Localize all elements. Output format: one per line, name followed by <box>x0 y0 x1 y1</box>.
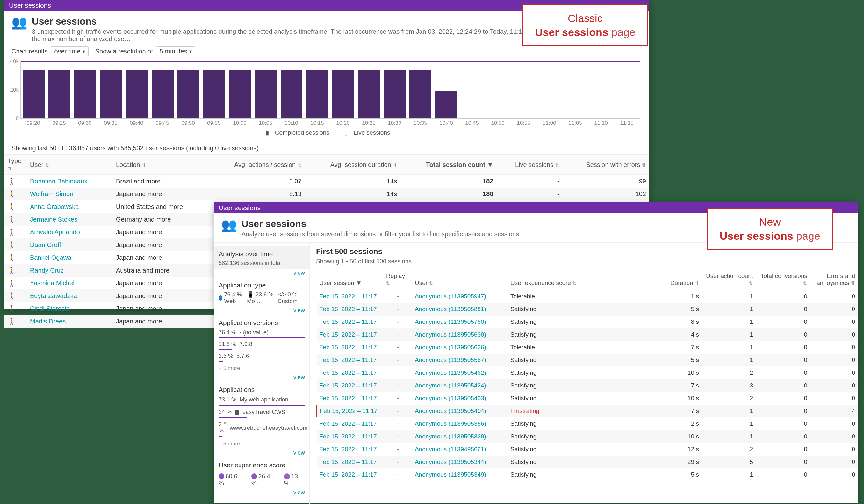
chart-results-select[interactable]: over time▾ <box>51 47 88 56</box>
col-avg-actions[interactable]: Avg. actions / session ⇅ <box>208 155 304 175</box>
session-link[interactable]: Feb 15, 2022 – 11:17 <box>319 306 377 312</box>
user-link[interactable]: Donatien Babineaux <box>30 178 87 185</box>
apptype-head: Application type <box>218 281 305 289</box>
session-link[interactable]: Feb 15, 2022 – 11:17 <box>319 458 377 465</box>
app-row[interactable]: 24 %easyTravel CWS <box>218 408 305 416</box>
col-avg-duration[interactable]: Avg. session duration ⇅ <box>305 155 400 175</box>
user-link[interactable]: Arrivaldi Apriando <box>30 229 80 236</box>
session-link[interactable]: Feb 15, 2022 – 11:17 <box>319 369 377 376</box>
user-link[interactable]: Anonymous (1139505404) <box>415 407 486 414</box>
table-row[interactable]: Feb 15, 2022 – 11:17-Anonymous (11395057… <box>317 316 857 328</box>
session-link[interactable]: Feb 15, 2022 – 11:17 <box>319 382 377 389</box>
user-link[interactable]: Anonymous (1139505881) <box>415 306 486 312</box>
uxs-chip[interactable]: 60.6 % <box>218 473 244 487</box>
user-link[interactable]: Anonymous (1139505626) <box>415 344 486 351</box>
col-actions[interactable]: User action count ⇅ <box>701 269 756 290</box>
user-link[interactable]: Jermaine Stokes <box>30 216 77 223</box>
user-link[interactable]: Bankei Ogawa <box>30 254 71 261</box>
appver-row[interactable]: 3.6 %5.7.6 <box>218 352 305 360</box>
col-errors[interactable]: Errors and annoyances ⇅ <box>810 269 857 290</box>
col-location[interactable]: Location ⇅ <box>113 155 208 175</box>
user-link[interactable]: Daan Groff <box>30 241 61 248</box>
apps-more[interactable]: + 6 more <box>218 439 305 447</box>
apptype-chip[interactable]: 📱 23.6 % Mo… <box>247 291 275 305</box>
session-link[interactable]: Feb 15, 2022 – 11:17 <box>319 318 377 325</box>
session-link[interactable]: Feb 15, 2022 – 11:17 <box>319 331 377 338</box>
col-user[interactable]: User ⇅ <box>412 269 508 290</box>
resolution-select[interactable]: 5 minutes▾ <box>156 47 195 56</box>
table-row[interactable]: Feb 15, 2022 – 11:17-Anonymous (11395054… <box>317 405 857 417</box>
session-link[interactable]: Feb 15, 2022 – 11:17 <box>319 344 377 351</box>
user-link[interactable]: Anonymous (1139505386) <box>415 420 486 427</box>
table-row[interactable]: Feb 15, 2022 – 11:17-Anonymous (11395054… <box>317 392 857 405</box>
session-link[interactable]: Feb 15, 2022 – 11:17 <box>319 357 377 363</box>
session-link[interactable]: Feb 15, 2022 – 11:17 <box>319 446 377 452</box>
user-link[interactable]: Anonymous (1139505403) <box>415 395 486 402</box>
cell-uxs: Frustrating <box>508 405 660 417</box>
view-link[interactable]: view <box>214 449 309 459</box>
user-link[interactable]: Yasmina Michel <box>30 280 74 286</box>
table-row[interactable]: Feb 15, 2022 – 11:17-Anonymous (11395059… <box>317 290 857 303</box>
table-row[interactable]: Feb 15, 2022 – 11:17-Anonymous (11395058… <box>317 303 857 316</box>
col-type[interactable]: Type ⇅ <box>4 155 27 175</box>
app-row[interactable]: 2.8 %www.trebuchet.easytravel.com <box>218 420 305 435</box>
appver-more[interactable]: + 5 more <box>218 364 305 371</box>
view-link[interactable]: view <box>214 307 309 317</box>
uxs-chip[interactable]: 26.4 % <box>251 473 277 487</box>
session-link[interactable]: Feb 15, 2022 – 11:17 <box>320 407 377 414</box>
table-row[interactable]: 🚶Donatien BabineauxBrazil and more8.0714… <box>4 175 649 188</box>
user-link[interactable]: Cindi Starosta <box>30 305 70 312</box>
col-session[interactable]: User session ▼ <box>317 269 384 290</box>
session-link[interactable]: Feb 15, 2022 – 11:17 <box>319 293 377 299</box>
user-link[interactable]: Anonymous (1139505750) <box>415 318 486 325</box>
table-row[interactable]: Feb 15, 2022 – 11:17-Anonymous (11395056… <box>317 341 857 354</box>
table-row[interactable]: Feb 15, 2022 – 11:17-Anonymous (11395055… <box>317 354 857 367</box>
view-link[interactable]: view <box>214 269 309 279</box>
col-replay[interactable]: Replay ⇅ <box>384 269 412 290</box>
user-link[interactable]: Anonymous (1139505424) <box>415 382 486 389</box>
user-link[interactable]: Anna Grabowska <box>30 203 79 210</box>
user-link[interactable]: Anonymous (1139495661) <box>415 446 486 452</box>
cell-actions: 1 <box>701 328 756 341</box>
user-link[interactable]: Edyta Zawadzka <box>30 292 77 299</box>
session-link[interactable]: Feb 15, 2022 – 11:17 <box>319 471 377 478</box>
view-link[interactable]: view <box>214 373 309 383</box>
table-row[interactable]: Feb 15, 2022 – 11:17-Anonymous (11395054… <box>317 379 857 392</box>
col-uxs[interactable]: User experience score ⇅ <box>508 269 660 290</box>
table-row[interactable]: Feb 15, 2022 – 11:17-Anonymous (11394956… <box>317 443 857 456</box>
col-conversions[interactable]: Total conversions ⇅ <box>756 269 810 290</box>
col-live[interactable]: Live sessions ⇅ <box>497 155 563 175</box>
user-link[interactable]: Anonymous (1139505462) <box>415 369 486 376</box>
user-link[interactable]: Wolfram Simon <box>30 190 73 197</box>
table-row[interactable]: Feb 15, 2022 – 11:17-Anonymous (11395056… <box>317 328 857 341</box>
appver-row[interactable]: 76.4 %- (no value) <box>218 329 305 336</box>
session-link[interactable]: Feb 15, 2022 – 11:17 <box>319 420 377 427</box>
app-row[interactable]: 73.1 %My web application <box>218 395 305 404</box>
user-link[interactable]: Anonymous (1139505947) <box>415 293 486 299</box>
table-row[interactable]: Feb 15, 2022 – 11:17-Anonymous (11395054… <box>317 367 857 379</box>
appver-row[interactable]: 11.8 %7.9.8 <box>218 340 305 348</box>
user-link[interactable]: Anonymous (1139505349) <box>415 471 486 478</box>
user-link[interactable]: Marlis Drees <box>30 318 65 325</box>
cell-live: - <box>497 187 563 200</box>
table-row[interactable]: Feb 15, 2022 – 11:17-Anonymous (11395053… <box>317 468 857 481</box>
user-link[interactable]: Anonymous (1139505344) <box>415 458 486 465</box>
apptype-chip[interactable]: </> 0 % Custom <box>278 291 305 305</box>
table-row[interactable]: Feb 15, 2022 – 11:17-Anonymous (11395053… <box>317 430 857 443</box>
user-link[interactable]: Anonymous (1139505328) <box>415 433 486 440</box>
user-link[interactable]: Randy Cruz <box>30 267 64 274</box>
view-link[interactable]: view <box>214 489 309 499</box>
col-errors[interactable]: Session with errors ⇅ <box>563 155 649 175</box>
col-user[interactable]: User ⇅ <box>27 155 113 175</box>
table-row[interactable]: Feb 15, 2022 – 11:17-Anonymous (11395053… <box>317 456 857 468</box>
table-row[interactable]: Feb 15, 2022 – 11:17-Anonymous (11395053… <box>317 417 857 430</box>
col-duration[interactable]: Duration ⇅ <box>660 269 701 290</box>
table-row[interactable]: 🚶Wolfram SimonJapan and more8.1314s180-1… <box>4 187 649 200</box>
session-link[interactable]: Feb 15, 2022 – 11:17 <box>319 433 377 440</box>
col-total-count[interactable]: Total session count ▼ <box>400 155 496 175</box>
user-link[interactable]: Anonymous (1139505638) <box>415 331 486 338</box>
user-link[interactable]: Anonymous (1139505587) <box>415 357 486 363</box>
uxs-chip[interactable]: 13 % <box>284 473 305 487</box>
session-link[interactable]: Feb 15, 2022 – 11:17 <box>319 395 377 402</box>
apptype-chip[interactable]: 76.4 % Web <box>218 291 244 305</box>
